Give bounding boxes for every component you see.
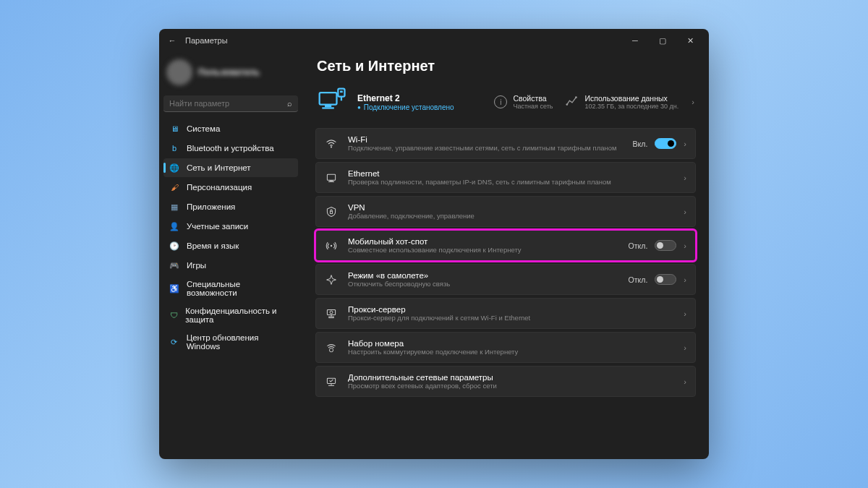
sidebar-item-5[interactable]: 👤Учетные записи	[163, 217, 298, 236]
chevron-right-icon: ›	[684, 343, 686, 352]
vpn-icon	[325, 206, 338, 218]
main-content: Сеть и Интернет Ethernet 2 Подключение у…	[302, 52, 709, 459]
search-icon: ⌕	[287, 99, 292, 108]
nav-icon: ♿	[169, 283, 179, 294]
card-title: Дополнительные сетевые параметры	[348, 373, 673, 382]
network-hero: Ethernet 2 Подключение установлено i Сво…	[315, 83, 696, 128]
toggle-label: Откл.	[629, 241, 648, 250]
chevron-right-icon: ›	[684, 207, 686, 216]
svg-rect-11	[328, 181, 334, 181]
svg-point-13	[331, 244, 332, 246]
sidebar-item-7[interactable]: 🎮Игры	[163, 256, 298, 275]
nav-label: Сеть и Интернет	[187, 163, 251, 172]
nav-icon: 🖥	[169, 124, 179, 134]
card-subtitle: Отключить беспроводную связь	[348, 280, 618, 288]
sidebar-item-1[interactable]: bBluetooth и устройства	[163, 139, 298, 158]
settings-window: ← Параметры ─ ▢ ✕ Пользователь ⌕ 🖥Систем…	[159, 29, 709, 459]
card-subtitle: Совместное использование подключения к И…	[348, 246, 618, 254]
chevron-right-icon: ›	[692, 98, 694, 106]
card-title: Режим «в самолете»	[348, 271, 618, 280]
sidebar-item-6[interactable]: 🕑Время и язык	[163, 236, 298, 255]
nav-icon: 👤	[169, 221, 179, 231]
sidebar-item-2[interactable]: 🌐Сеть и Интернет	[163, 158, 298, 177]
nav-label: Персонализация	[187, 183, 252, 192]
svg-rect-19	[328, 385, 334, 385]
setting-card-hotspot[interactable]: Мобильный хот-спот Совместное использова…	[315, 230, 696, 261]
minimize-button[interactable]: ─	[622, 30, 648, 51]
connection-status: Подключение установлено	[357, 103, 454, 111]
card-subtitle: Подключение, управление известными сетям…	[348, 144, 623, 152]
card-title: VPN	[348, 203, 673, 212]
nav-icon: 🛡	[169, 310, 178, 320]
card-title: Wi-Fi	[348, 135, 623, 144]
toggle-switch[interactable]	[655, 138, 676, 149]
chevron-right-icon: ›	[684, 174, 686, 182]
setting-card-advanced[interactable]: Дополнительные сетевые параметры Просмот…	[315, 366, 696, 397]
sidebar-item-9[interactable]: 🛡Конфиденциальность и защита	[163, 302, 298, 328]
svg-rect-0	[320, 93, 337, 105]
card-title: Ethernet	[348, 169, 673, 178]
search-box[interactable]: ⌕	[163, 95, 298, 112]
svg-rect-2	[322, 107, 334, 108]
svg-rect-15	[329, 317, 333, 318]
nav-label: Bluetooth и устройства	[187, 144, 274, 153]
sidebar-item-10[interactable]: ⟳Центр обновления Windows	[163, 329, 298, 355]
setting-card-wifi[interactable]: Wi-Fi Подключение, управление известными…	[315, 128, 696, 159]
svg-rect-12	[330, 211, 332, 213]
page-title: Сеть и Интернет	[317, 58, 696, 74]
title-bar: ← Параметры ─ ▢ ✕	[159, 29, 709, 52]
svg-rect-14	[327, 309, 335, 314]
properties-link[interactable]: i Свойства Частная сеть	[494, 94, 553, 110]
setting-card-vpn[interactable]: VPN Добавление, подключение, управление …	[315, 196, 696, 227]
sidebar: Пользователь ⌕ 🖥СистемаbBluetooth и устр…	[159, 52, 302, 459]
toggle-switch[interactable]	[655, 240, 676, 251]
back-button[interactable]: ←	[165, 36, 179, 45]
svg-point-8	[331, 146, 332, 147]
nav-label: Центр обновления Windows	[187, 333, 292, 351]
data-usage-link[interactable]: Использование данных 102.35 ГБ, за после…	[566, 94, 678, 110]
airplane-icon	[325, 274, 338, 286]
close-button[interactable]: ✕	[677, 30, 703, 51]
dialup-icon	[325, 342, 338, 354]
svg-point-6	[566, 103, 569, 106]
hotspot-icon	[325, 240, 338, 252]
chevron-right-icon: ›	[684, 275, 686, 284]
nav-label: Время и язык	[187, 241, 239, 250]
info-icon: i	[494, 95, 507, 108]
ethernet-icon	[325, 172, 338, 184]
setting-card-ethernet[interactable]: Ethernet Проверка подлинности, параметры…	[315, 162, 696, 193]
sidebar-item-8[interactable]: ♿Специальные возможности	[163, 275, 298, 301]
toggle-switch[interactable]	[655, 274, 676, 285]
card-subtitle: Проверка подлинности, параметры IP-и DNS…	[348, 178, 673, 186]
card-subtitle: Просмотр всех сетевых адаптеров, сброс с…	[348, 382, 673, 390]
svg-rect-4	[340, 90, 343, 93]
proxy-icon	[325, 308, 338, 320]
card-subtitle: Добавление, подключение, управление	[348, 212, 673, 220]
chevron-right-icon: ›	[684, 309, 686, 318]
sidebar-item-4[interactable]: ▦Приложения	[163, 197, 298, 216]
card-title: Прокси-сервер	[348, 305, 673, 314]
chevron-right-icon: ›	[684, 140, 686, 148]
data-usage-icon	[566, 95, 579, 108]
search-input[interactable]	[169, 99, 287, 108]
user-account-row[interactable]: Пользователь	[163, 55, 298, 93]
chevron-right-icon: ›	[684, 241, 686, 250]
svg-point-17	[330, 311, 333, 314]
svg-rect-10	[330, 180, 333, 181]
setting-card-dialup[interactable]: Набор номера Настроить коммутируемое под…	[315, 332, 696, 363]
setting-card-airplane[interactable]: Режим «в самолете» Отключить беспроводну…	[315, 264, 696, 295]
setting-card-proxy[interactable]: Прокси-сервер Прокси-сервер для подключе…	[315, 298, 696, 329]
connection-name: Ethernet 2	[357, 93, 454, 103]
sidebar-item-3[interactable]: 🖌Персонализация	[163, 178, 298, 197]
card-subtitle: Настроить коммутируемое подключение к Ин…	[348, 348, 673, 356]
nav-label: Специальные возможности	[187, 280, 292, 297]
nav-icon: b	[169, 143, 179, 153]
sidebar-item-0[interactable]: 🖥Система	[163, 119, 298, 138]
avatar	[166, 59, 192, 85]
card-title: Набор номера	[348, 339, 673, 348]
nav-label: Система	[187, 124, 220, 133]
toggle-label: Вкл.	[633, 140, 648, 148]
nav-icon: ⟳	[169, 337, 179, 347]
nav-icon: 🎮	[169, 260, 179, 270]
maximize-button[interactable]: ▢	[650, 30, 676, 51]
